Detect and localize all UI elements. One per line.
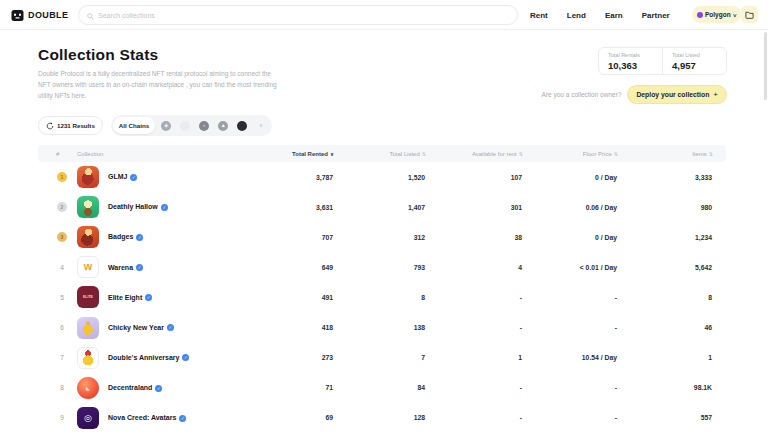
refresh-results[interactable]: 1231 Results [38,116,103,135]
cell-total-listed: 793 [333,264,425,271]
table-row[interactable]: 2 Deathly Hallow✓ 3,631 1,407 301 0.06 /… [38,192,726,222]
table-row[interactable]: 3 Badges✓ 707 312 38 0 / Day 1,234 [38,222,726,252]
cell-total-rented: 71 [223,384,333,391]
collection-avatar: W [77,256,99,278]
collection-name: GLMJ✓ [108,173,137,181]
cell-total-rented: 418 [223,324,333,331]
table-row[interactable]: 5 ELITE Elite Eight✓ 491 8 - - 8 [38,282,726,312]
verified-icon: ✓ [136,264,143,271]
search-input[interactable] [98,12,509,19]
search-icon [87,6,94,24]
navbar: DOUBLE Rent Lend Earn Partner Polygon ∨ [0,0,768,30]
nav-link-earn[interactable]: Earn [605,11,623,20]
verified-icon: ✓ [161,204,168,211]
verified-icon: ✓ [145,294,152,301]
deploy-collection-button[interactable]: Deploy your collection + [627,85,727,104]
cell-total-rented: 273 [223,354,333,361]
nav-link-rent[interactable]: Rent [530,11,548,20]
col-rank[interactable]: # [38,151,77,157]
col-available[interactable]: Available for rent⇅ [425,151,522,157]
table-row[interactable]: 4 W Warena✓ 649 793 4 < 0.01 / Day 5,642 [38,252,726,282]
collection-name: Elite Eight✓ [108,294,152,302]
cell-available: 1 [425,354,522,361]
cell-available: 4 [425,264,522,271]
cell-total-listed: 1,520 [333,174,425,181]
brand[interactable]: DOUBLE [11,8,68,21]
table-row[interactable]: 9 ◎ Nova Creed: Avatars✓ 69 128 - - 557 [38,403,726,432]
stats-card: Total Rentals 10,363 Total Listed 4,957 [598,47,727,75]
cell-total-listed: 8 [333,294,425,301]
cell-total-listed: 7 [333,354,425,361]
cell-available: 301 [425,204,522,211]
rank-medal: 1 [57,172,67,182]
table-row[interactable]: 8 ◣ Decentraland✓ 71 84 - - 98.1K [38,373,726,403]
table-header: # Collection Total Rented∨ Total Listed⇅… [38,145,726,162]
nav-link-partner[interactable]: Partner [642,11,670,20]
collection-avatar [77,196,99,218]
cell-total-listed: 84 [333,384,425,391]
cell-floor-price: 0.06 / Day [522,204,617,211]
brand-name: DOUBLE [28,10,68,20]
scrollbar-thumb[interactable] [764,32,767,100]
rank-number: 5 [38,294,77,301]
cell-total-rented: 69 [223,414,333,421]
cell-floor-price: 0 / Day [522,174,617,181]
cell-floor-price: - [522,324,617,331]
cell-total-rented: 649 [223,264,333,271]
wallet-icon [745,7,754,22]
filter-row: 1231 Results All Chains ◆●▲ıı [38,115,272,136]
collections-table: # Collection Total Rented∨ Total Listed⇅… [38,145,726,432]
cell-available: 38 [425,234,522,241]
chain-icon-polygon[interactable]: ● [199,121,209,131]
col-items[interactable]: Items⇅ [617,151,724,157]
cell-floor-price: 0 / Day [522,234,617,241]
collection-name: Badges✓ [108,233,143,241]
wallet-button[interactable] [741,6,758,23]
search-box[interactable] [78,5,518,25]
cell-available: - [425,384,522,391]
verified-icon: ✓ [179,415,186,422]
cell-floor-price: - [522,414,617,421]
table-row[interactable]: 1 GLMJ✓ 3,787 1,520 107 0 / Day 3,333 [38,162,726,192]
verified-icon: ✓ [182,354,189,361]
cell-items: 1 [617,354,724,361]
cell-items: 46 [617,324,724,331]
nav-links: Rent Lend Earn Partner [530,0,670,30]
cell-total-rented: 707 [223,234,333,241]
collection-name: Chicky New Year✓ [108,324,174,332]
double-logo-icon [11,8,24,21]
collection-avatar: ◎ [77,407,99,429]
collection-name: Deathly Hallow✓ [108,203,168,211]
stat-total-rentals: Total Rentals 10,363 [599,48,662,74]
chain-icon-ethereum[interactable]: ◆ [161,121,171,131]
col-collection[interactable]: Collection [77,151,223,157]
chain-icon-bnb[interactable] [180,121,190,131]
nav-link-lend[interactable]: Lend [567,11,586,20]
cell-available: 107 [425,174,522,181]
results-count: 1231 Results [57,122,95,129]
table-row[interactable]: 7 Double's Anniversary✓ 273 7 1 10.54 / … [38,343,726,373]
col-total-listed[interactable]: Total Listed⇅ [333,151,425,157]
col-total-rented[interactable]: Total Rented∨ [223,151,333,157]
cell-floor-price: - [522,294,617,301]
cell-floor-price: - [522,384,617,391]
cell-total-listed: 1,407 [333,204,425,211]
chain-icon-oasys[interactable] [237,121,247,131]
cell-total-rented: 3,631 [223,204,333,211]
col-floor-price[interactable]: Floor Price⇅ [522,151,617,157]
chain-icon-other[interactable]: ıı [256,121,266,131]
chain-icon-avalanche[interactable]: ▲ [218,121,228,131]
collection-name: Double's Anniversary✓ [108,354,189,362]
cell-items: 980 [617,204,724,211]
refresh-icon [46,122,54,130]
collection-avatar [77,317,99,339]
table-row[interactable]: 6 Chicky New Year✓ 418 138 - - 46 [38,312,726,342]
cell-total-listed: 138 [333,324,425,331]
cell-total-rented: 491 [223,294,333,301]
plus-icon: + [713,90,718,99]
network-selector[interactable]: Polygon ∨ [692,6,741,23]
rank-medal: 2 [57,202,67,212]
all-chains-button[interactable]: All Chains [113,117,155,134]
rank-number: 6 [38,324,77,331]
cell-floor-price: 10.54 / Day [522,354,617,361]
